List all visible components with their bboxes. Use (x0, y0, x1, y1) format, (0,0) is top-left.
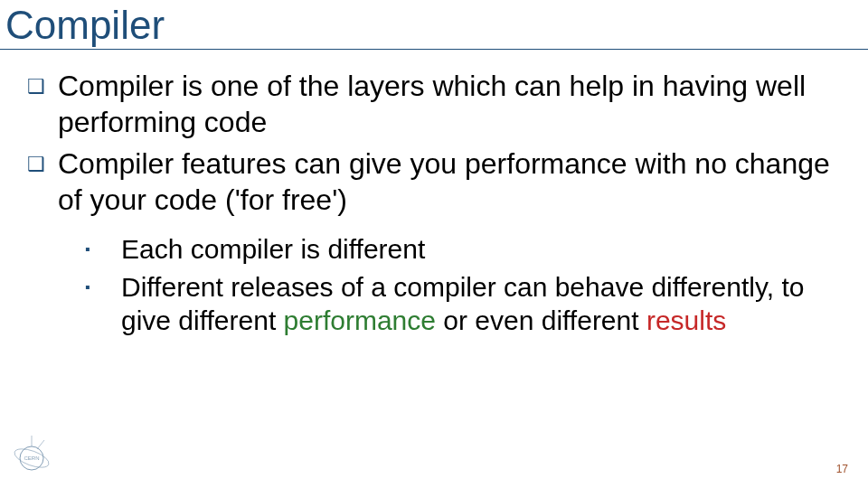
sub-bullet-item: ▪ Each compiler is different (85, 232, 841, 267)
highlight-performance: performance (284, 305, 436, 335)
highlight-results: results (646, 305, 726, 335)
small-square-bullet-icon: ▪ (85, 232, 121, 259)
sub-bullet-item: ▪ Different releases of a compiler can b… (85, 270, 841, 338)
bullet-text: Compiler features can give you performan… (58, 145, 841, 218)
page-number: 17 (836, 463, 848, 475)
bullet-list: ❑ Compiler is one of the layers which ca… (27, 68, 841, 218)
square-bullet-icon: ❑ (27, 145, 58, 178)
cern-logo-icon: CERN (9, 436, 54, 481)
sub-bullet-list: ▪ Each compiler is different ▪ Different… (85, 232, 841, 338)
slide-title: Compiler (0, 0, 868, 50)
square-bullet-icon: ❑ (27, 68, 58, 100)
small-square-bullet-icon: ▪ (85, 270, 121, 297)
bullet-item: ❑ Compiler is one of the layers which ca… (27, 68, 841, 140)
sub-bullet-text: Different releases of a compiler can beh… (121, 270, 841, 338)
bullet-item: ❑ Compiler features can give you perform… (27, 145, 841, 218)
slide-content: ❑ Compiler is one of the layers which ca… (0, 50, 868, 338)
svg-text:CERN: CERN (24, 455, 39, 461)
sub-bullet-text: Each compiler is different (121, 232, 425, 267)
slide: Compiler ❑ Compiler is one of the layers… (0, 0, 868, 488)
svg-line-3 (37, 440, 44, 449)
text-fragment: or even different (436, 305, 646, 335)
bullet-text: Compiler is one of the layers which can … (58, 68, 841, 140)
